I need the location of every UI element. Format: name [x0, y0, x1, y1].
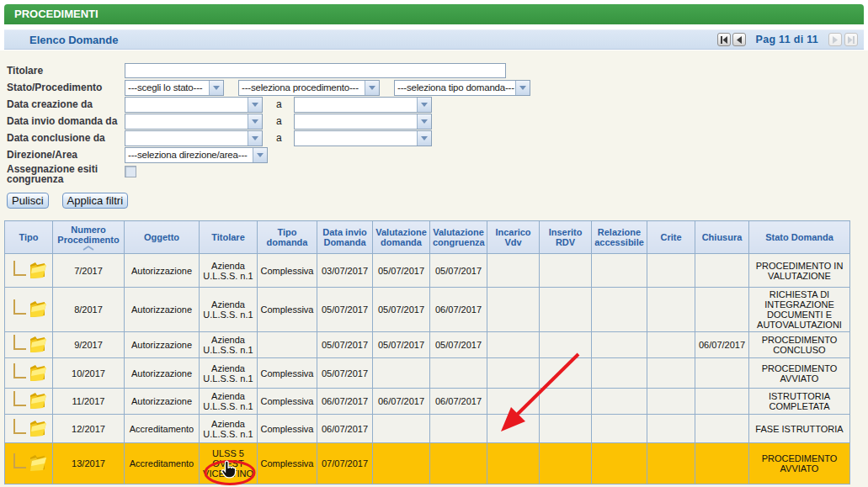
cell-oggetto: Autorizzazione: [125, 254, 200, 288]
data-invio-a-arrow[interactable]: [417, 114, 431, 129]
direzione-select-arrow[interactable]: [253, 148, 267, 162]
column-header-valutazione-domanda[interactable]: Valutazione domanda: [373, 221, 430, 254]
cell-numero: 9/2017: [53, 332, 125, 358]
column-header-valutazione-congruenza[interactable]: Valutazione congruenza: [430, 221, 487, 254]
tipo-cell[interactable]: [5, 358, 53, 389]
procedimento-select-arrow[interactable]: [365, 81, 379, 95]
cell-valutazione-domanda: 06/07/2017: [373, 389, 430, 415]
column-header-oggetto[interactable]: Oggetto: [125, 221, 200, 254]
stato-select[interactable]: ---scegli lo stato---: [125, 80, 224, 96]
column-header-stato-domanda[interactable]: Stato Domanda: [749, 221, 850, 254]
tipo-cell[interactable]: [5, 389, 53, 415]
column-header-label: Tipo domanda: [267, 227, 308, 247]
data-invio-a-input[interactable]: [294, 114, 432, 130]
data-conclusione-a-arrow[interactable]: [417, 131, 431, 146]
cell-incarico-vdv: [487, 415, 540, 443]
column-header-titolare[interactable]: Titolare: [200, 221, 258, 254]
cell-chiusura: 06/07/2017: [695, 332, 749, 358]
cell-tipo-domanda: Complessiva: [258, 254, 317, 288]
data-invio-da-arrow[interactable]: [248, 114, 262, 129]
data-conclusione-da-arrow[interactable]: [248, 131, 262, 146]
cell-incarico-vdv: [487, 288, 540, 332]
tipo-cell[interactable]: [5, 443, 53, 484]
cell-chiusura: [695, 288, 749, 332]
tipo-cell[interactable]: [5, 288, 53, 332]
previous-page-button[interactable]: [732, 33, 746, 46]
column-header-relazione-accessibile[interactable]: Relazione accessibile: [592, 221, 647, 254]
cell-inserito-rdv: [540, 254, 592, 288]
table-row-9-2017[interactable]: 9/2017AutorizzazioneAzienda U.L.S.S. n.1…: [5, 332, 850, 358]
tipo-domanda-select[interactable]: ---seleziona tipo domanda---: [394, 80, 530, 96]
data-creazione-a-input[interactable]: [294, 97, 432, 113]
cell-relazione-accessibile: [592, 358, 647, 389]
folder-icon: [30, 336, 46, 352]
cell-oggetto: Accreditamento: [125, 443, 200, 484]
column-header-numero-procedimento[interactable]: Numero Procedimento: [53, 221, 125, 254]
cell-incarico-vdv: [487, 332, 540, 358]
chevron-down-icon: [369, 86, 375, 90]
table-row-13-2017[interactable]: 13/2017AccreditamentoULSS 5 OVEST VICENT…: [5, 443, 850, 484]
tipo-cell[interactable]: [5, 415, 53, 443]
cell-crite: [647, 389, 695, 415]
table-row-8-2017[interactable]: 8/2017AutorizzazioneAzienda U.L.S.S. n.1…: [5, 288, 850, 332]
direzione-select[interactable]: ---seleziona direzione/area---: [125, 147, 268, 163]
folder-icon: [30, 365, 46, 381]
last-page-button[interactable]: [844, 33, 858, 46]
table-row-11-2017[interactable]: 11/2017AutorizzazioneAzienda U.L.S.S. n.…: [5, 389, 850, 415]
tipo-cell[interactable]: [5, 332, 53, 358]
chevron-down-icon: [421, 136, 428, 140]
column-header-inserito-rdv[interactable]: Inserito RDV: [540, 221, 592, 254]
column-header-crite[interactable]: Crite: [647, 221, 695, 254]
last-page-icon: [847, 36, 855, 44]
cell-data-invio: 03/07/2017: [317, 254, 373, 288]
data-conclusione-da-input[interactable]: [125, 130, 263, 146]
cell-chiusura: [695, 254, 749, 288]
cell-titolare[interactable]: Azienda U.L.S.S. n.1: [200, 288, 258, 332]
titolare-input[interactable]: [125, 63, 506, 78]
assegnazione-label: Assegnazione esiticongruenza: [7, 163, 125, 184]
cell-titolare[interactable]: Azienda U.L.S.S. n.1: [200, 358, 258, 389]
pulisci-button[interactable]: Pulisci: [7, 193, 49, 209]
column-header-incarico-vdv[interactable]: Incarico Vdv: [487, 221, 540, 254]
column-header-label: Stato Domanda: [765, 232, 833, 242]
cell-titolare[interactable]: Azienda U.L.S.S. n.1: [200, 332, 258, 358]
tipo-cell[interactable]: [5, 254, 53, 288]
next-page-button[interactable]: [828, 33, 842, 46]
data-creazione-a-value: [295, 98, 417, 112]
table-row-10-2017[interactable]: 10/2017AutorizzazioneAzienda U.L.S.S. n.…: [5, 358, 850, 389]
cell-titolare[interactable]: ULSS 5 OVEST VICENTINO: [200, 443, 258, 484]
cell-tipo-domanda: Complessiva: [258, 415, 317, 443]
cell-titolare[interactable]: Azienda U.L.S.S. n.1: [200, 389, 258, 415]
column-header-tipo-domanda[interactable]: Tipo domanda: [258, 221, 317, 254]
stato-procedimento-label: Stato/Procedimento: [7, 82, 125, 93]
applica-filtri-button[interactable]: Applica filtri: [62, 193, 128, 209]
table-row-12-2017[interactable]: 12/2017AccreditamentoAzienda U.L.S.S. n.…: [5, 415, 850, 443]
cell-titolare[interactable]: Azienda U.L.S.S. n.1: [200, 254, 258, 288]
assegnazione-checkbox[interactable]: [125, 166, 136, 177]
column-header-chiusura[interactable]: Chiusura: [695, 221, 749, 254]
table-row-7-2017[interactable]: 7/2017AutorizzazioneAzienda U.L.S.S. n.1…: [5, 254, 850, 288]
cell-relazione-accessibile: [592, 443, 647, 484]
column-header-data-invio-domanda[interactable]: Data invio Domanda: [317, 221, 373, 254]
data-creazione-a-arrow[interactable]: [417, 98, 431, 112]
cell-oggetto: Autorizzazione: [125, 389, 200, 415]
cell-titolare[interactable]: Azienda U.L.S.S. n.1: [200, 415, 258, 443]
range-separator: a: [276, 115, 282, 127]
stato-select-arrow[interactable]: [209, 81, 223, 95]
tipo-domanda-select-arrow[interactable]: [515, 81, 530, 95]
column-header-label: Relazione accessibile: [594, 227, 644, 247]
cell-valutazione-domanda: 05/07/2017: [373, 288, 430, 332]
data-creazione-da-arrow[interactable]: [248, 98, 262, 112]
column-header-tipo[interactable]: Tipo: [5, 221, 53, 254]
data-invio-da-input[interactable]: [125, 114, 263, 130]
first-page-button[interactable]: [717, 33, 731, 46]
page-indicator: Pag 11 di 11: [756, 34, 818, 45]
tree-branch-icon: [14, 453, 26, 468]
cell-crite: [647, 415, 695, 443]
data-creazione-da-input[interactable]: [125, 97, 263, 113]
previous-page-icon: [736, 36, 743, 44]
data-invio-da-value: [125, 114, 248, 129]
cell-data-invio: 06/07/2017: [317, 389, 373, 415]
procedimento-select[interactable]: ---seleziona procedimento---: [238, 80, 380, 96]
data-conclusione-a-input[interactable]: [294, 130, 432, 146]
